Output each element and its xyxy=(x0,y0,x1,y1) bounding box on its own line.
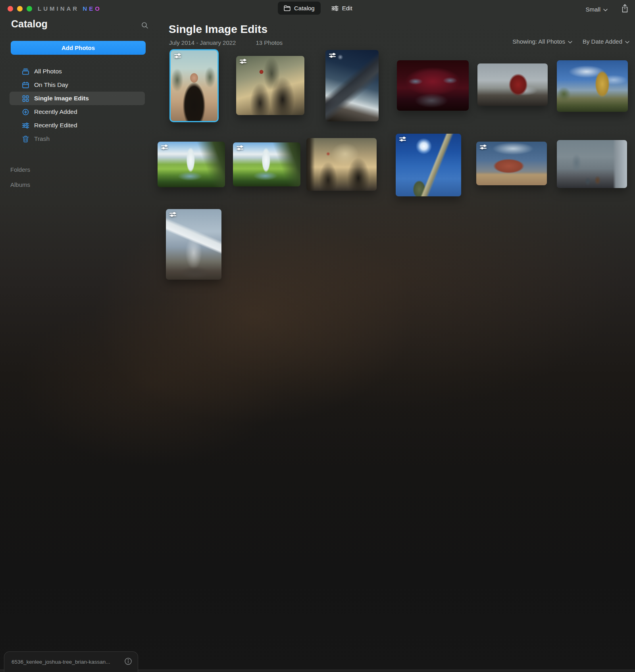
thumbnail-size-dropdown[interactable]: Small xyxy=(585,6,608,13)
sidebar-item-label: Recently Added xyxy=(34,108,77,115)
search-icon[interactable] xyxy=(141,22,148,31)
luminar-neo-window: LUMINAR NEO Catalog Edit xyxy=(0,0,635,672)
filename-panel: 6536_kenlee_joshua-tree_brian-kassan... xyxy=(4,651,138,672)
calendar-icon xyxy=(22,81,29,89)
thumbnail-size-value: Small xyxy=(585,6,600,13)
date-range: July 2014 - January 2022 xyxy=(169,39,236,46)
sort-dropdown[interactable]: By Date Added xyxy=(583,38,629,45)
sort-label: By Date Added xyxy=(583,38,622,45)
logo-neo: NEO xyxy=(83,5,102,12)
sidebar-item-recently-added[interactable]: Recently Added xyxy=(10,105,145,119)
photo-thumbnail-p10[interactable] xyxy=(396,134,461,196)
photo-thumbnail-p6[interactable] xyxy=(557,60,628,112)
tab-edit[interactable]: Edit xyxy=(325,2,358,15)
photo-thumbnail-p3[interactable] xyxy=(325,50,379,121)
photo-thumbnail-p4[interactable] xyxy=(397,60,469,111)
photo-thumbnail-p11[interactable] xyxy=(476,142,547,185)
sidebar-item-on-this-day[interactable]: On This Day xyxy=(10,78,145,92)
share-icon[interactable] xyxy=(621,4,629,15)
sidebar-menu: All Photos On This Day Single Image E xyxy=(10,65,145,146)
chevron-down-icon xyxy=(603,6,608,13)
add-photos-button[interactable]: Add Photos xyxy=(11,41,146,55)
info-icon[interactable] xyxy=(124,657,132,667)
sidebar-item-label: On This Day xyxy=(34,81,68,88)
showing-filter-dropdown[interactable]: Showing: All Photos xyxy=(512,38,572,45)
minimize-window-button[interactable] xyxy=(17,6,23,12)
sidebar-item-label: Recently Edited xyxy=(34,122,77,129)
edited-badge-icon xyxy=(479,144,488,150)
tab-catalog-label: Catalog xyxy=(294,5,315,12)
edited-badge-icon xyxy=(169,212,177,217)
tab-edit-label: Edit xyxy=(342,5,352,12)
tab-catalog[interactable]: Catalog xyxy=(278,2,321,15)
sidebar-section-albums[interactable]: Albums xyxy=(10,181,30,188)
photo-thumbnail-p13[interactable] xyxy=(166,209,221,280)
edited-badge-icon xyxy=(161,144,169,150)
photo-thumbnail-p7[interactable] xyxy=(158,142,225,187)
sidebar-section-folders[interactable]: Folders xyxy=(10,166,30,173)
window-controls xyxy=(8,6,32,12)
photo-thumbnail-p8[interactable] xyxy=(233,142,300,186)
album-meta: July 2014 - January 2022 13 Photos xyxy=(169,39,283,46)
sidebar-item-label: All Photos xyxy=(34,68,62,75)
logo-luminar: LUMINAR xyxy=(38,5,79,12)
photo-thumbnail-p5[interactable] xyxy=(477,63,548,106)
chevron-down-icon xyxy=(568,38,572,45)
showing-filter-label: Showing: All Photos xyxy=(512,38,565,45)
sidebar-item-single-image-edits[interactable]: Single Image Edits xyxy=(10,92,145,105)
titlebar-right: Small xyxy=(585,4,629,15)
sidebar-item-all-photos[interactable]: All Photos xyxy=(10,65,145,78)
edited-badge-icon xyxy=(174,53,182,59)
filter-bar: Showing: All Photos By Date Added xyxy=(512,38,629,45)
sliders-icon xyxy=(331,6,339,11)
sidebar-item-label: Trash xyxy=(34,135,50,142)
sidebar-item-trash[interactable]: Trash xyxy=(10,132,145,146)
photo-thumbnail-p1[interactable] xyxy=(169,49,219,122)
sidebar-item-recently-edited[interactable]: Recently Edited xyxy=(10,119,145,132)
edited-badge-icon xyxy=(236,145,244,151)
edited-badge-icon xyxy=(399,136,407,142)
app-logo: LUMINAR NEO xyxy=(38,5,102,12)
plus-circle-icon xyxy=(22,108,29,116)
sidebar-item-label: Single Image Edits xyxy=(34,95,89,102)
edited-badge-icon xyxy=(239,59,248,64)
photo-count: 13 Photos xyxy=(256,39,283,46)
sidebar-title: Catalog xyxy=(11,18,48,30)
fullscreen-window-button[interactable] xyxy=(27,6,32,12)
edited-badge-icon xyxy=(329,53,337,58)
photos-stack-icon xyxy=(22,68,29,75)
trash-icon xyxy=(22,135,29,143)
page-title: Single Image Edits xyxy=(169,23,267,36)
folder-icon xyxy=(284,5,291,11)
mode-tabs: Catalog Edit xyxy=(278,2,358,15)
selected-filename: 6536_kenlee_joshua-tree_brian-kassan... xyxy=(12,659,110,665)
titlebar: LUMINAR NEO Catalog Edit xyxy=(0,0,635,17)
photo-thumbnail-p2[interactable] xyxy=(236,56,304,115)
close-window-button[interactable] xyxy=(8,6,13,12)
chevron-down-icon xyxy=(625,38,629,45)
photo-thumbnail-p12[interactable] xyxy=(557,140,627,188)
sliders-icon xyxy=(22,122,29,129)
grid-icon xyxy=(22,95,29,102)
photo-thumbnail-p9[interactable] xyxy=(306,138,377,191)
